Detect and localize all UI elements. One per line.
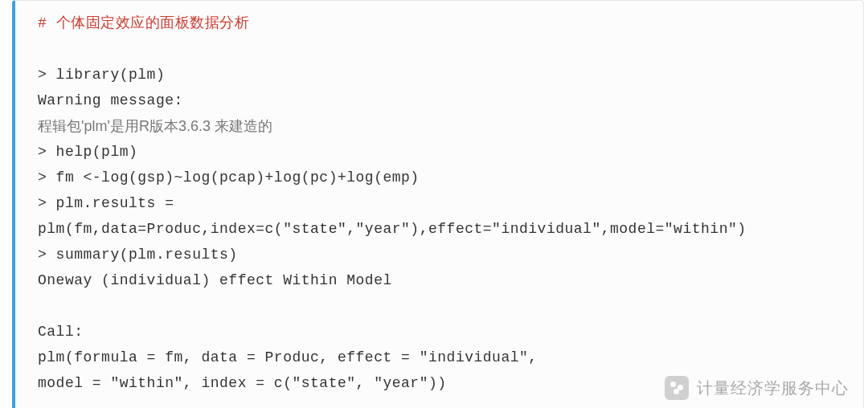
code-line: > library(plm) — [38, 62, 847, 88]
code-line: Call: — [38, 319, 847, 345]
watermark: 计量经济学服务中心 — [665, 375, 849, 401]
code-line: > fm <-log(gsp)~log(pcap)+log(pc)+log(em… — [38, 165, 847, 190]
watermark-text: 计量经济学服务中心 — [697, 375, 849, 401]
code-comment: # 个体固定效应的面板数据分析 — [38, 10, 847, 36]
code-line: Oneway (individual) effect Within Model — [38, 267, 847, 293]
code-line: > help(plm) — [38, 139, 847, 165]
code-line: > summary(plm.results) — [38, 242, 847, 267]
code-line-warning: 程辑包'plm'是用R版本3.6.3 来建造的 — [38, 113, 847, 139]
blank-line — [38, 293, 847, 319]
code-line: plm(fm,data=Produc,index=c("state","year… — [38, 216, 847, 242]
code-line: Warning message: — [38, 88, 847, 113]
wechat-icon — [665, 376, 689, 400]
blank-line — [38, 36, 847, 62]
code-line: plm(formula = fm, data = Produc, effect … — [38, 345, 847, 370]
code-block: # 个体固定效应的面板数据分析 > library(plm) Warning m… — [12, 0, 864, 408]
code-line: > plm.results = — [38, 190, 847, 216]
